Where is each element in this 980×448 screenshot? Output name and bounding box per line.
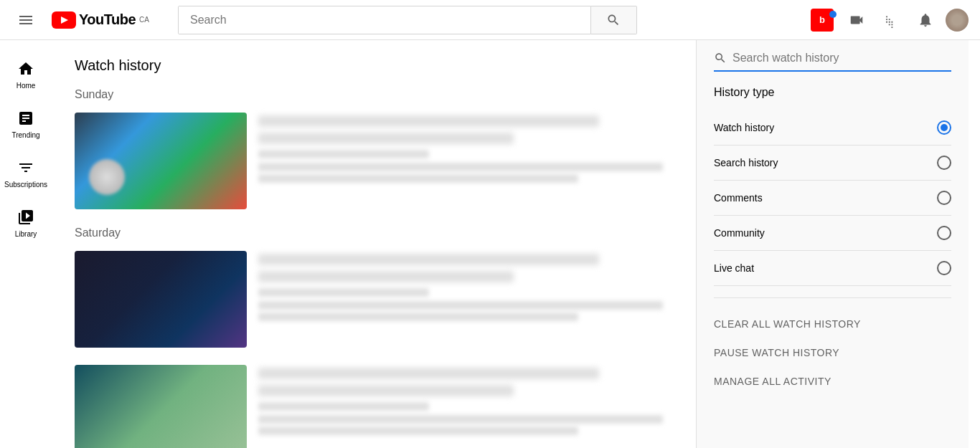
top-navigation: YouTubeCA b (0, 0, 980, 40)
pause-watch-history-button[interactable]: PAUSE WATCH HISTORY (714, 338, 951, 367)
sidebar-item-home[interactable]: Home (3, 52, 49, 98)
video-meta (258, 150, 429, 158)
table-row (75, 113, 684, 209)
radio-community (937, 226, 951, 240)
history-option-community-label: Community (714, 227, 765, 239)
search-watch-input[interactable] (732, 52, 951, 65)
video-desc-line2 (258, 174, 578, 183)
notification-dot (829, 11, 837, 18)
history-option-watch[interactable]: Watch history (714, 110, 951, 146)
history-option-search[interactable]: Search history (714, 146, 951, 181)
history-option-comments-label: Comments (714, 192, 763, 204)
video-thumbnail[interactable] (75, 251, 247, 348)
radio-search-history (937, 156, 951, 170)
section-sunday: Sunday (75, 88, 684, 209)
video-info (258, 113, 684, 209)
sidebar-item-subscriptions-label: Subscriptions (4, 181, 47, 189)
history-option-comments[interactable]: Comments (714, 181, 951, 216)
radio-comments (937, 191, 951, 205)
video-meta (258, 288, 429, 297)
video-desc-line1 (258, 163, 663, 171)
radio-livechat (937, 261, 951, 275)
video-info (258, 365, 684, 448)
video-thumbnail[interactable] (75, 113, 247, 209)
search-input[interactable] (179, 6, 590, 34)
section-day-sunday: Sunday (75, 88, 684, 101)
table-row (75, 251, 684, 348)
menu-icon[interactable] (11, 6, 40, 34)
main-content: Watch history Sunday Saturday (52, 40, 707, 448)
history-type-label: History type (714, 86, 951, 99)
history-option-livechat-label: Live chat (714, 262, 754, 274)
panel-divider (714, 297, 951, 298)
sidebar-item-trending[interactable]: Trending (3, 101, 49, 148)
create-icon[interactable] (842, 6, 871, 34)
video-desc-line1 (258, 301, 663, 310)
radio-inner-dot (941, 124, 948, 131)
sidebar-item-library-label: Library (15, 230, 37, 238)
search-bar (178, 6, 637, 34)
sidebar-item-library[interactable]: Library (3, 200, 49, 247)
sidebar-item-trending-label: Trending (11, 131, 39, 139)
manage-all-activity-button[interactable]: MANAGE ALL ACTIVITY (714, 367, 951, 396)
video-title (258, 254, 599, 265)
clear-all-watch-history-button[interactable]: CLEAR ALL WATCH HISTORY (714, 310, 951, 338)
sidebar-item-subscriptions[interactable]: Subscriptions (3, 151, 49, 197)
topnav-left: YouTubeCA (11, 6, 149, 34)
notifications-icon[interactable] (911, 6, 940, 34)
table-row (75, 365, 684, 448)
video-title-line2 (258, 385, 514, 396)
video-desc-line2 (258, 313, 578, 321)
yt-btn-wrap: b (811, 9, 837, 32)
topnav-right: b (811, 6, 969, 34)
subscriptions-icon (17, 159, 34, 176)
radio-watch-history (937, 120, 951, 135)
sidebar-item-home-label: Home (17, 82, 36, 90)
library-icon (17, 209, 34, 226)
history-option-search-label: Search history (714, 157, 778, 168)
video-desc-line1 (258, 415, 663, 424)
search-icon (606, 13, 621, 27)
youtube-text: YouTube (79, 11, 136, 28)
page-title: Watch history (75, 57, 684, 74)
youtube-logo[interactable]: YouTubeCA (52, 11, 149, 29)
video-meta (258, 402, 429, 411)
avatar[interactable] (946, 9, 969, 32)
section-saturday: Saturday (75, 227, 684, 448)
home-icon (17, 60, 34, 77)
video-thumbnail[interactable] (75, 365, 247, 448)
history-option-watch-label: Watch history (714, 122, 774, 133)
search-button[interactable] (591, 6, 637, 34)
section-day-saturday: Saturday (75, 227, 684, 239)
video-title (258, 368, 599, 379)
trending-icon (17, 110, 34, 127)
youtube-country: CA (139, 16, 149, 24)
search-watch-icon (714, 52, 727, 65)
search-input-wrap (178, 6, 591, 34)
video-title-line2 (258, 271, 514, 282)
apps-icon[interactable] (877, 6, 905, 34)
youtube-logo-icon (52, 11, 76, 29)
video-info (258, 251, 684, 348)
video-title (258, 115, 599, 127)
video-desc-line2 (258, 426, 578, 435)
right-panel: History type Watch history Search histor… (696, 40, 969, 448)
sidebar: Home Trending Subscriptions Library (0, 40, 52, 448)
video-title-line2 (258, 133, 514, 144)
history-option-livechat[interactable]: Live chat (714, 251, 951, 286)
search-watch-history-bar (714, 52, 951, 72)
history-option-community[interactable]: Community (714, 216, 951, 251)
